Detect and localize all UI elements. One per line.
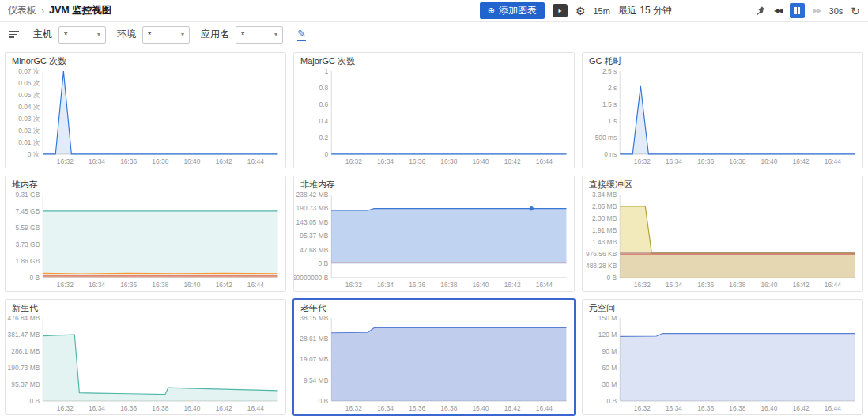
- panel-title[interactable]: 新生代: [6, 300, 285, 313]
- filter-icon[interactable]: [9, 31, 19, 38]
- time-range-picker[interactable]: 最近 15 分钟: [618, 4, 672, 17]
- top-bar-actions: ⊕ 添加图表 ▸ ⚙ 15m 最近 15 分钟 ◀◀: [480, 2, 860, 19]
- y-axis-label: 2 s: [608, 84, 617, 92]
- y-axis-label: 0: [325, 150, 329, 158]
- chart-canvas: 0 次0.01 次0.02 次0.03 次0.04 次0.05 次0.06 次0…: [6, 66, 285, 168]
- y-axis-label: 3.73 GB: [15, 240, 40, 248]
- y-axis-label: 95.37 MB: [11, 380, 40, 388]
- panel-title[interactable]: 直接缓冲区: [583, 176, 862, 190]
- add-chart-button[interactable]: ⊕ 添加图表: [480, 2, 545, 19]
- y-axis-label: 90 M: [602, 347, 617, 355]
- y-axis-label: 1: [325, 67, 329, 75]
- refresh-button[interactable]: ↻: [851, 6, 860, 17]
- y-axis-label: 0 B: [607, 274, 617, 282]
- step-forward-button[interactable]: ▶▶: [813, 7, 821, 14]
- y-axis-label: 2.5 s: [602, 67, 617, 75]
- y-axis-label: 0 B: [30, 397, 40, 405]
- x-axis-label: 16:34: [89, 404, 105, 412]
- pause-button[interactable]: [790, 3, 805, 18]
- breadcrumb-separator: ›: [41, 6, 44, 17]
- y-axis-label: 0 B: [30, 274, 40, 282]
- app-filter-select[interactable]: * ▾: [236, 26, 283, 44]
- panel-title[interactable]: 元空间: [583, 300, 862, 313]
- panel-title[interactable]: 非堆内存: [294, 176, 574, 190]
- x-axis-label: 16:38: [729, 157, 745, 165]
- y-axis-label: 0.02 次: [18, 127, 40, 134]
- y-axis-label: 286.1 MB: [11, 347, 40, 355]
- panel-title[interactable]: MinorGC 次数: [6, 53, 285, 66]
- breadcrumb: 仪表板 › JVM 监控视图: [8, 4, 111, 17]
- env-filter-value: *: [148, 30, 151, 40]
- series-area: [620, 206, 855, 278]
- panel-title[interactable]: GC 耗时: [583, 53, 862, 66]
- y-axis-label: 1.5 s: [602, 100, 617, 108]
- y-axis-label: 0 B: [607, 397, 617, 405]
- x-axis-label: 16:44: [247, 157, 264, 165]
- y-axis-label: 0.6: [319, 100, 329, 108]
- env-filter-select[interactable]: * ▾: [142, 26, 190, 44]
- chart-panel[interactable]: 堆内存 0 B1.86 GB3.73 GB5.59 GB7.45 GB9.31 …: [5, 176, 286, 292]
- series-line: [620, 206, 855, 253]
- panel-title[interactable]: MajorGC 次数: [294, 53, 574, 66]
- x-axis-label: 16:34: [377, 157, 394, 165]
- chart-panel[interactable]: 老年代 0 B9.54 MB19.07 MB28.61 MB38.15 MB16…: [293, 299, 575, 415]
- settings-button[interactable]: ⚙: [576, 6, 586, 17]
- panel-title[interactable]: 堆内存: [6, 176, 285, 190]
- chart-panel[interactable]: MinorGC 次数 0 次0.01 次0.02 次0.03 次0.04 次0.…: [5, 52, 286, 168]
- series-line: [43, 274, 277, 274]
- x-axis-label: 16:32: [634, 404, 651, 412]
- gear-icon: ⚙: [576, 6, 586, 17]
- x-axis-label: 16:36: [697, 157, 714, 165]
- y-axis-label: 9.54 MB: [304, 376, 329, 384]
- x-axis-label: 16:32: [57, 281, 74, 289]
- x-axis-label: 16:36: [409, 404, 425, 412]
- x-axis-label: 16:40: [472, 157, 489, 165]
- y-axis-label: 28.61 MB: [300, 335, 328, 342]
- x-axis-label: 16:38: [152, 281, 168, 289]
- series-area: [620, 334, 855, 401]
- jvm-dashboard-app: 仪表板 › JVM 监控视图 ⊕ 添加图表 ▸ ⚙ 15m 最近 15 分钟: [0, 0, 868, 420]
- y-axis-label: 476.84 MB: [8, 314, 40, 322]
- x-axis-label: 16:36: [697, 281, 714, 289]
- step-back-button[interactable]: ◀◀: [774, 7, 782, 14]
- top-bar: 仪表板 › JVM 监控视图 ⊕ 添加图表 ▸ ⚙ 15m 最近 15 分钟: [0, 0, 868, 22]
- x-axis-label: 16:40: [183, 404, 200, 412]
- host-filter-select[interactable]: * ▾: [58, 26, 106, 44]
- chart-panel[interactable]: 非堆内存 -50000000 B0 B47.68 MB95.37 MB143.0…: [293, 176, 575, 292]
- chart-panel[interactable]: 新生代 0 B95.37 MB190.73 MB286.1 MB381.47 M…: [5, 299, 286, 415]
- y-axis-label: 1.91 MB: [592, 226, 617, 234]
- y-axis-label: 488.28 KB: [586, 262, 617, 270]
- x-axis-label: 16:42: [216, 404, 232, 412]
- breadcrumb-dashboards-link[interactable]: 仪表板: [8, 4, 36, 17]
- y-axis-label: 60 M: [602, 364, 617, 372]
- x-axis-label: 16:38: [152, 157, 168, 165]
- y-axis-label: 0 次: [28, 150, 40, 158]
- chart-panel[interactable]: GC 耗时 0 ns500 ms1 s1.5 s2 s2.5 s16:3216:…: [582, 52, 863, 168]
- step-back-icon: ◀◀: [774, 7, 782, 14]
- x-axis-label: 16:32: [634, 281, 651, 289]
- pause-icon: [794, 7, 797, 14]
- series-area: [43, 211, 277, 278]
- chart-panel[interactable]: 直接缓冲区 0 B488.28 KB976.56 KB1.43 MB1.91 M…: [582, 176, 863, 292]
- x-axis-label: 16:32: [345, 404, 362, 412]
- x-axis-label: 16:36: [409, 281, 425, 289]
- y-axis-label: -50000000 B: [294, 274, 329, 282]
- y-axis-label: 19.07 MB: [300, 356, 328, 364]
- chart-panel[interactable]: MajorGC 次数 00.20.40.60.8116:3216:3416:36…: [293, 52, 575, 168]
- series-line: [43, 71, 277, 154]
- x-axis-label: 16:42: [216, 281, 232, 289]
- y-axis-label: 0.03 次: [18, 115, 40, 123]
- tv-mode-button[interactable]: ▸: [553, 4, 568, 17]
- panel-title[interactable]: 老年代: [294, 300, 574, 313]
- series-area: [620, 86, 855, 154]
- x-axis-label: 16:40: [472, 281, 489, 289]
- chevron-down-icon: ▾: [181, 31, 184, 38]
- chart-panel[interactable]: 元空间 0 B30 M60 M90 M120 M150 M16:3216:341…: [582, 299, 863, 415]
- chart-canvas: -50000000 B0 B47.68 MB95.37 MB143.05 MB1…: [294, 190, 574, 291]
- x-axis-label: 16:34: [666, 157, 682, 165]
- x-axis-label: 16:34: [89, 157, 105, 165]
- x-axis-label: 16:32: [634, 157, 651, 165]
- edit-filters-button[interactable]: ✎: [297, 28, 306, 41]
- app-filter-value: *: [241, 30, 244, 40]
- pin-button[interactable]: [756, 6, 766, 16]
